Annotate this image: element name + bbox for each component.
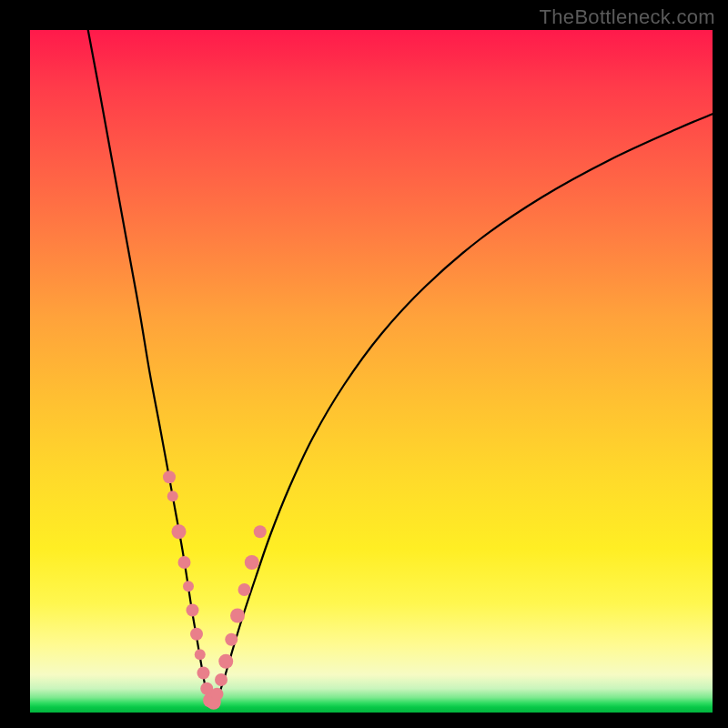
bead [187, 604, 199, 617]
bead [211, 688, 224, 701]
bead [215, 673, 228, 686]
bead [190, 628, 203, 641]
curve-left-branch [88, 30, 211, 704]
bead [254, 525, 267, 538]
bead [183, 581, 194, 592]
bead [178, 556, 191, 569]
bead [230, 609, 245, 623]
outer-frame: TheBottleneck.com [0, 0, 728, 728]
bead [197, 667, 210, 680]
bead [172, 524, 187, 539]
curve-right-branch [215, 114, 713, 704]
chart-svg [30, 30, 713, 713]
bead [245, 555, 259, 570]
watermark-text: TheBottleneck.com [540, 5, 715, 29]
bead [225, 633, 238, 646]
plot-area [30, 30, 713, 713]
bead [163, 470, 176, 483]
bead [167, 490, 178, 501]
bead [238, 583, 251, 596]
bead [218, 654, 233, 669]
bead [195, 649, 206, 660]
